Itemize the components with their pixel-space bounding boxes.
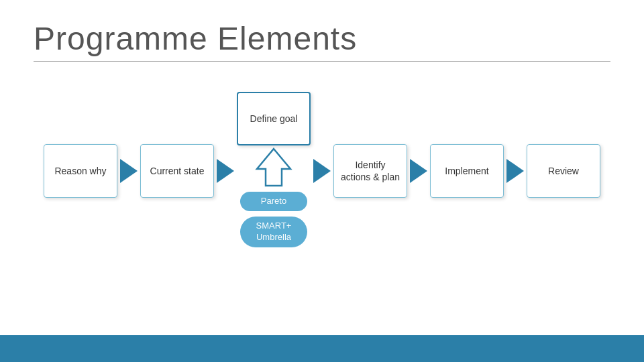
process-box-identify-actions: Identify actions & plan	[333, 144, 407, 198]
title-section: Programme Elements	[0, 0, 644, 68]
up-arrow-icon	[254, 145, 294, 189]
define-goal-column: Define goal Pareto SMART+ Umbrella	[237, 92, 311, 250]
arrow-3	[313, 159, 331, 183]
arrow-1	[120, 159, 138, 183]
page-container: Programme Elements Reason why Current st…	[0, 0, 644, 362]
title-underline	[34, 61, 610, 62]
process-box-review: Review	[527, 144, 600, 198]
bottom-bar	[0, 335, 644, 362]
pareto-ellipse: Pareto	[240, 192, 307, 211]
svg-marker-0	[257, 149, 290, 186]
process-box-reason-why: Reason why	[44, 144, 117, 198]
process-box-current-state: Current state	[140, 144, 214, 198]
arrow-4	[410, 159, 427, 183]
flow-area: Reason why Current state Define goal Par…	[0, 78, 644, 250]
arrow-5	[506, 159, 524, 183]
page-title: Programme Elements	[34, 20, 610, 57]
arrow-2	[217, 159, 234, 183]
process-box-define-goal: Define goal	[237, 92, 311, 145]
define-goal-sub: Pareto SMART+ Umbrella	[240, 145, 307, 250]
smart-umbrella-ellipse: SMART+ Umbrella	[240, 217, 307, 247]
process-box-implement: Implement	[430, 144, 504, 198]
